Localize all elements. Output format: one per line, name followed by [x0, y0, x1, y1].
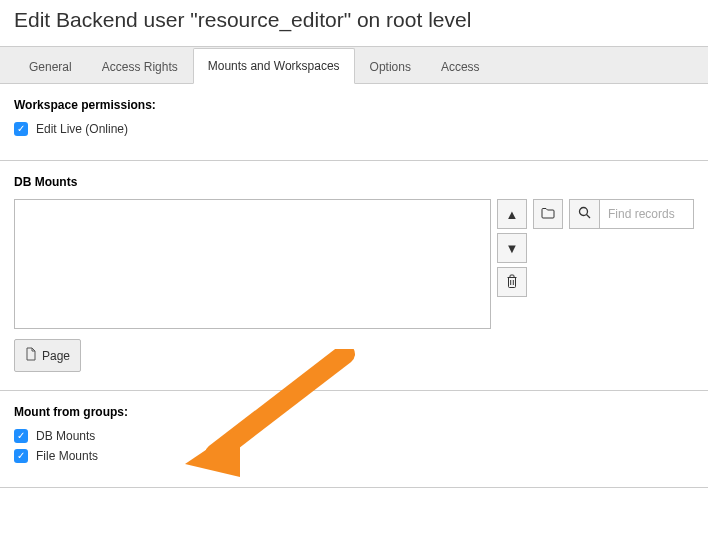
tab-access[interactable]: Access: [426, 49, 495, 84]
delete-button[interactable]: [497, 267, 527, 297]
db-mounts-checkbox[interactable]: [14, 429, 28, 443]
add-page-button[interactable]: Page: [14, 339, 81, 372]
db-mounts-listbox[interactable]: [14, 199, 491, 329]
workspace-permissions-panel: Workspace permissions: Edit Live (Online…: [0, 84, 708, 161]
tab-options[interactable]: Options: [355, 49, 426, 84]
browse-folder-button[interactable]: [533, 199, 563, 229]
svg-point-0: [580, 208, 588, 216]
triangle-up-icon: ▲: [506, 207, 519, 222]
list-controls: ▲ ▼: [497, 199, 527, 297]
mount-from-groups-panel: Mount from groups: DB Mounts File Mounts: [0, 391, 708, 488]
tab-bar: General Access Rights Mounts and Workspa…: [0, 46, 708, 84]
workspace-permissions-heading: Workspace permissions:: [14, 98, 694, 112]
page-title: Edit Backend user "resource_editor" on r…: [0, 0, 708, 46]
file-mounts-checkbox[interactable]: [14, 449, 28, 463]
search-button[interactable]: [569, 199, 599, 229]
move-down-button[interactable]: ▼: [497, 233, 527, 263]
find-records-input[interactable]: [599, 199, 694, 229]
tab-mounts-workspaces[interactable]: Mounts and Workspaces: [193, 48, 355, 84]
edit-live-label: Edit Live (Online): [36, 122, 128, 136]
db-mounts-label: DB Mounts: [36, 429, 95, 443]
search-icon: [578, 206, 591, 222]
file-mounts-row: File Mounts: [14, 449, 694, 463]
mount-from-groups-heading: Mount from groups:: [14, 405, 694, 419]
tab-general[interactable]: General: [14, 49, 87, 84]
search-group: [569, 199, 694, 229]
trash-icon: [506, 274, 518, 291]
edit-live-checkbox[interactable]: [14, 122, 28, 136]
triangle-down-icon: ▼: [506, 241, 519, 256]
db-mounts-heading: DB Mounts: [14, 175, 694, 189]
svg-line-1: [587, 215, 591, 219]
tab-access-rights[interactable]: Access Rights: [87, 49, 193, 84]
edit-live-row: Edit Live (Online): [14, 122, 694, 136]
db-mounts-panel: DB Mounts ▲ ▼: [0, 161, 708, 391]
page-icon: [25, 347, 37, 364]
move-up-button[interactable]: ▲: [497, 199, 527, 229]
folder-icon: [541, 207, 555, 222]
add-page-label: Page: [42, 349, 70, 363]
file-mounts-label: File Mounts: [36, 449, 98, 463]
db-mounts-row: DB Mounts: [14, 429, 694, 443]
